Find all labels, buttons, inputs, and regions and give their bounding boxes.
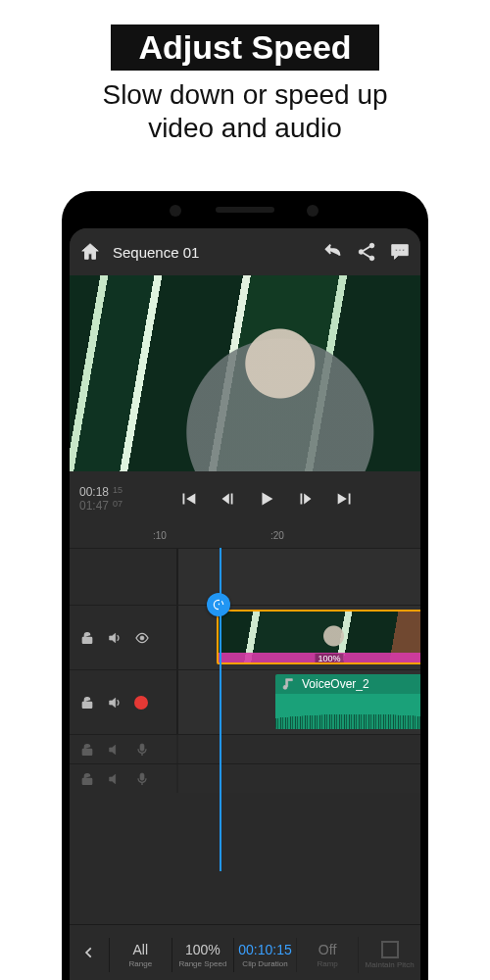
- music-note-icon: [281, 676, 297, 692]
- mic-icon[interactable]: [134, 742, 150, 758]
- maintain-pitch-control[interactable]: Maintain Pitch: [358, 937, 420, 973]
- promo-subtitle-line2: video and audio: [148, 113, 342, 143]
- range-value: All: [110, 942, 172, 957]
- timeline[interactable]: 100% VoiceOver_2: [70, 548, 420, 871]
- sequence-title: Sequence 01: [113, 244, 199, 261]
- mic-icon[interactable]: [134, 771, 150, 787]
- range-control[interactable]: All Range: [109, 938, 172, 972]
- video-track: 100%: [70, 605, 420, 669]
- frame-back-icon[interactable]: [217, 488, 238, 510]
- total-time: 01:47: [79, 499, 109, 513]
- mute-icon[interactable]: [107, 771, 122, 787]
- back-button[interactable]: [70, 942, 109, 968]
- video-preview[interactable]: [70, 275, 420, 471]
- visibility-icon[interactable]: [134, 630, 150, 646]
- speed-handle-left[interactable]: [207, 593, 230, 616]
- ruler-mark: :10: [153, 530, 167, 541]
- comment-icon[interactable]: [389, 241, 411, 263]
- promo-title: Adjust Speed: [111, 24, 378, 71]
- time-ruler[interactable]: :10 :20: [70, 526, 420, 548]
- checkbox-icon[interactable]: [381, 941, 399, 958]
- speed-toolbar: All Range 100% Range Speed 00:10:15 Clip…: [70, 924, 420, 980]
- playhead[interactable]: [220, 548, 221, 871]
- play-icon[interactable]: [256, 488, 277, 510]
- phone-frame: Sequence 01 00:1815 01:4707: [62, 191, 428, 980]
- top-bar: Sequence 01: [70, 228, 420, 275]
- record-button[interactable]: [134, 696, 148, 710]
- home-icon[interactable]: [79, 241, 101, 263]
- frame-forward-icon[interactable]: [295, 488, 317, 510]
- ruler-mark: :20: [270, 530, 284, 541]
- audio-clip[interactable]: VoiceOver_2: [275, 674, 420, 729]
- phone-speaker: [216, 207, 274, 213]
- mute-icon[interactable]: [107, 695, 122, 710]
- mic-track: [70, 734, 420, 763]
- svg-point-4: [399, 249, 401, 251]
- audio-track: VoiceOver_2: [70, 669, 420, 734]
- range-label: Range: [110, 959, 172, 968]
- svg-rect-10: [140, 744, 144, 751]
- waveform: [275, 694, 420, 729]
- svg-rect-11: [82, 778, 91, 784]
- playback-controls: [122, 488, 411, 510]
- total-frames: 07: [113, 499, 122, 513]
- mute-icon[interactable]: [107, 630, 122, 646]
- svg-rect-6: [82, 637, 91, 643]
- clip-duration-value: 00:10:15: [234, 942, 296, 957]
- svg-point-7: [140, 636, 144, 640]
- ramp-value: Off: [297, 942, 359, 957]
- skip-end-icon[interactable]: [334, 488, 356, 510]
- track-spacer: [70, 548, 420, 605]
- lock-icon[interactable]: [79, 695, 95, 710]
- range-speed-label: Range Speed: [172, 959, 234, 968]
- svg-rect-12: [140, 773, 144, 780]
- ramp-label: Ramp: [297, 959, 359, 968]
- lock-icon[interactable]: [79, 630, 95, 646]
- svg-rect-8: [82, 702, 91, 708]
- range-speed-control[interactable]: 100% Range Speed: [172, 938, 234, 972]
- video-clip[interactable]: 100%: [217, 610, 420, 664]
- svg-rect-9: [82, 749, 91, 755]
- clip-duration-control[interactable]: 00:10:15 Clip Duration: [233, 938, 296, 972]
- ramp-control[interactable]: Off Ramp: [296, 938, 359, 972]
- transport-bar: 00:1815 01:4707: [70, 471, 420, 526]
- current-time: 00:18: [79, 485, 109, 499]
- promo-subtitle: Slow down or speed up video and audio: [0, 78, 490, 144]
- audio-clip-label: VoiceOver_2: [302, 677, 369, 691]
- clip-duration-label: Clip Duration: [234, 959, 296, 968]
- mic-track: [70, 763, 420, 793]
- range-speed-value: 100%: [172, 942, 234, 957]
- audio-track-controls: [70, 670, 177, 734]
- promo-subtitle-line1: Slow down or speed up: [102, 79, 387, 110]
- video-track-controls: [70, 606, 177, 669]
- clip-speed-label: 100%: [315, 654, 343, 663]
- svg-point-3: [395, 249, 397, 251]
- maintain-pitch-label: Maintain Pitch: [359, 960, 420, 969]
- lock-icon[interactable]: [79, 771, 95, 787]
- undo-icon[interactable]: [322, 241, 344, 263]
- lock-icon[interactable]: [79, 742, 95, 758]
- app-screen: Sequence 01 00:1815 01:4707: [70, 228, 420, 980]
- timecode: 00:1815 01:4707: [79, 485, 122, 514]
- share-icon[interactable]: [356, 241, 377, 263]
- skip-start-icon[interactable]: [177, 488, 199, 510]
- current-frames: 15: [113, 485, 122, 499]
- mute-icon[interactable]: [107, 742, 122, 758]
- svg-point-5: [403, 249, 405, 251]
